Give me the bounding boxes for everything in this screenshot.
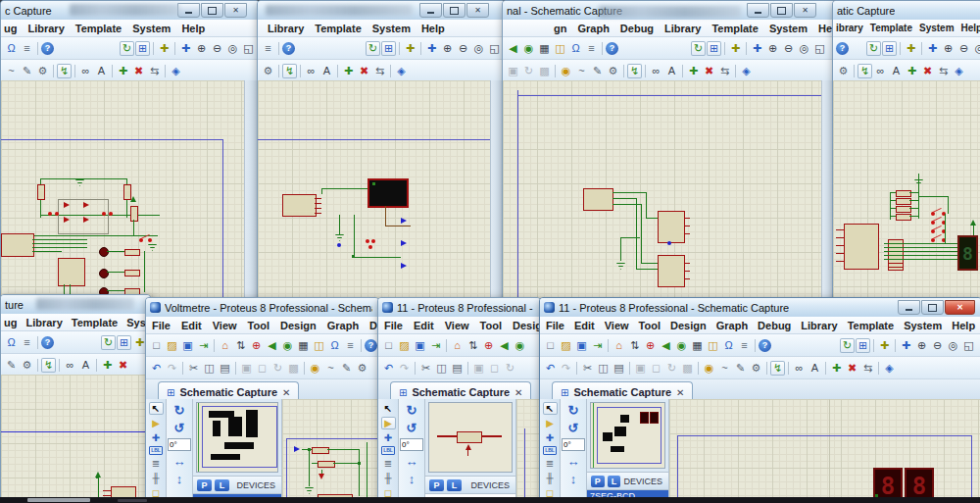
- remove-sheet-icon[interactable]: ✖: [357, 64, 371, 78]
- rotation-angle-input[interactable]: [168, 438, 191, 451]
- menu-library[interactable]: Library: [25, 317, 62, 328]
- zoom-in-icon[interactable]: ⊕: [765, 41, 780, 56]
- config-icon[interactable]: ⚙: [261, 64, 275, 78]
- undo-icon[interactable]: ↶: [149, 361, 164, 376]
- junction-mode-icon[interactable]: ✚: [381, 431, 396, 444]
- resistor[interactable]: [130, 206, 138, 222]
- help-icon[interactable]: ?: [365, 339, 377, 352]
- pan-icon[interactable]: ✚: [925, 41, 940, 56]
- mirror-vertical-icon[interactable]: ↕: [172, 472, 187, 486]
- menu-library[interactable]: Library: [268, 23, 304, 34]
- block-move-icon[interactable]: ◻: [487, 361, 502, 376]
- titlebar[interactable]: 11 - Proteus 8 Professional - Schem: [378, 298, 540, 317]
- taskbar[interactable]: [0, 497, 980, 503]
- ohmmeter-icon[interactable]: Ω: [4, 335, 19, 350]
- autoroute-icon[interactable]: ↯: [57, 64, 72, 78]
- config-icon[interactable]: ⚙: [836, 64, 851, 78]
- grid-toggle-icon[interactable]: ⊞: [117, 335, 131, 350]
- property-assign-icon[interactable]: A: [889, 64, 904, 78]
- styles-icon[interactable]: ✎: [20, 64, 34, 78]
- block-rotate-icon[interactable]: ↻: [664, 361, 679, 376]
- help-icon[interactable]: ?: [41, 336, 54, 349]
- origin-icon[interactable]: ✚: [904, 41, 918, 56]
- search-icon[interactable]: ∞: [304, 64, 318, 78]
- menu-view[interactable]: View: [605, 320, 629, 331]
- 3d-view-icon[interactable]: ▦: [690, 338, 705, 353]
- selection-mode-icon[interactable]: ↖: [149, 402, 164, 415]
- remove-sheet-icon[interactable]: ✖: [845, 361, 859, 376]
- block-rotate-icon[interactable]: ↻: [521, 64, 536, 78]
- minimize-button[interactable]: [419, 3, 442, 18]
- block-delete-icon[interactable]: ▩: [537, 64, 552, 78]
- schematic-canvas[interactable]: 8: [833, 80, 980, 305]
- menu-system[interactable]: System: [132, 23, 171, 34]
- close-button[interactable]: ✕: [466, 3, 489, 18]
- ic-chip[interactable]: [658, 211, 685, 243]
- zoom-out-icon[interactable]: ⊖: [456, 41, 470, 56]
- pan-icon[interactable]: ✚: [750, 41, 764, 56]
- rotate-ccw-icon[interactable]: ↺: [405, 421, 419, 435]
- mirror-horizontal-icon[interactable]: ↔: [172, 454, 187, 469]
- new-file-icon[interactable]: □: [543, 338, 558, 353]
- play-icon[interactable]: ◀: [659, 338, 673, 353]
- paste-icon[interactable]: ▤: [218, 361, 232, 376]
- rotate-cw-icon[interactable]: ↻: [566, 403, 581, 418]
- menu-library[interactable]: Library: [801, 320, 837, 331]
- menu-template[interactable]: Template: [75, 23, 122, 34]
- ohmmeter-icon[interactable]: Ω: [721, 338, 736, 353]
- script-mode-icon[interactable]: ≣: [149, 457, 164, 470]
- zoom-area-icon[interactable]: ◱: [812, 41, 827, 56]
- diode[interactable]: [83, 202, 89, 208]
- styles-icon[interactable]: ✎: [4, 358, 19, 373]
- notes-icon[interactable]: ≡: [584, 41, 599, 56]
- rotation-angle-input[interactable]: [400, 438, 423, 451]
- zener-diode[interactable]: [318, 474, 324, 479]
- grid-toggle-icon[interactable]: ⊞: [135, 41, 150, 56]
- component-mode-icon[interactable]: ▶: [543, 417, 558, 429]
- bus-mode-icon[interactable]: ╫: [543, 472, 558, 484]
- terminal-arrow[interactable]: [294, 446, 300, 452]
- add-sheet-icon[interactable]: ✚: [116, 64, 130, 78]
- component-mode-icon[interactable]: ▶: [381, 417, 396, 429]
- bus-mode-icon[interactable]: ╫: [381, 472, 396, 484]
- search-icon[interactable]: ∞: [78, 64, 93, 78]
- notes-icon[interactable]: ≡: [737, 338, 752, 353]
- menu-template[interactable]: Template: [848, 320, 894, 331]
- help-icon[interactable]: ?: [836, 42, 849, 55]
- save-icon[interactable]: ▣: [413, 338, 427, 353]
- switch-contact[interactable]: [55, 212, 59, 216]
- probe-icon[interactable]: ~: [717, 361, 732, 376]
- refresh-icon[interactable]: ↻: [866, 41, 881, 56]
- switch-contact[interactable]: [366, 239, 369, 243]
- menu-graph[interactable]: Graph: [577, 23, 609, 34]
- origin-icon[interactable]: ✚: [403, 41, 417, 56]
- zoom-in-icon[interactable]: ⊕: [914, 338, 929, 353]
- schematic-canvas[interactable]: [1, 80, 259, 305]
- terminal-arrow[interactable]: [401, 218, 407, 224]
- pan-icon[interactable]: ✚: [899, 338, 913, 353]
- wire-label-mode-icon[interactable]: LBL: [381, 446, 395, 455]
- undo-icon[interactable]: ↶: [381, 361, 396, 376]
- play-icon[interactable]: ◀: [506, 41, 520, 56]
- resistor[interactable]: [124, 249, 140, 256]
- play-icon[interactable]: ◀: [265, 338, 279, 353]
- ic-chip[interactable]: [58, 258, 85, 286]
- zoom-in-icon[interactable]: ⊕: [941, 41, 956, 56]
- goto-sheet-icon[interactable]: ⇆: [936, 64, 951, 78]
- menu-template[interactable]: Template: [72, 317, 118, 328]
- block-delete-icon[interactable]: ▩: [286, 361, 301, 376]
- config-icon[interactable]: ⚙: [35, 64, 50, 78]
- zoom-area-icon[interactable]: ◱: [241, 41, 256, 56]
- ohmmeter-icon[interactable]: Ω: [327, 338, 342, 353]
- config-icon[interactable]: ⚙: [20, 358, 34, 373]
- mirror-horizontal-icon[interactable]: ↔: [566, 454, 581, 469]
- menu-help[interactable]: Help: [181, 23, 205, 34]
- styles-icon[interactable]: ✎: [339, 361, 354, 376]
- help-icon[interactable]: ?: [606, 42, 618, 55]
- animate-icon[interactable]: ◉: [521, 41, 536, 56]
- open-icon[interactable]: ▨: [559, 338, 573, 353]
- refresh-icon[interactable]: ↻: [366, 41, 380, 56]
- resistor[interactable]: [124, 270, 140, 277]
- switch-contact[interactable]: [368, 245, 372, 249]
- menu-library[interactable]: Library: [664, 23, 701, 34]
